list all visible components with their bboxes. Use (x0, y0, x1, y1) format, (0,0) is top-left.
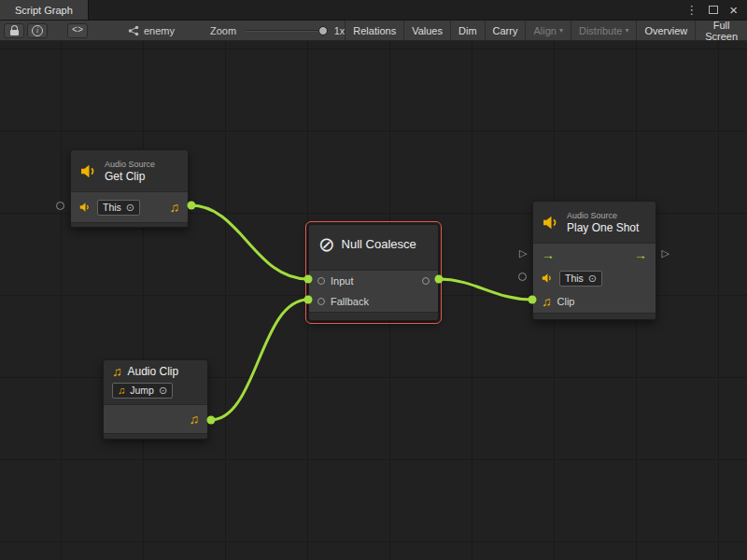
align-button[interactable]: Align▾ (525, 21, 570, 40)
node-audio-clip-ports: ♫ (104, 404, 207, 434)
speaker-icon (542, 273, 554, 283)
window-maximize-icon[interactable] (709, 6, 718, 14)
input-port-label: Input (331, 275, 353, 287)
info-button[interactable]: i (27, 23, 48, 38)
dim-label: Dim (458, 25, 477, 36)
lock-button[interactable] (4, 23, 24, 38)
node-category: Audio Source (105, 160, 155, 170)
window-controls: ⋮ × (685, 0, 747, 20)
node-null-coalesce-header: ⊘ Null Coalesce (309, 225, 438, 262)
result-output-port[interactable] (422, 277, 430, 285)
zoom-slider[interactable] (246, 24, 329, 37)
node-category: Audio Source (567, 211, 639, 221)
relations-label: Relations (353, 25, 396, 36)
node-get-clip-ports: This ⊙ ♫ (71, 191, 188, 223)
audio-clip-output-icon: ♫ (170, 201, 180, 214)
flow-output-icon[interactable]: → (634, 248, 647, 261)
music-note-icon: ♫ (118, 385, 125, 396)
chevron-down-icon: ▾ (559, 27, 563, 35)
window-close-icon[interactable]: × (729, 3, 738, 17)
input-port[interactable] (317, 277, 325, 285)
this-target-field[interactable]: This ⊙ (559, 271, 602, 287)
node-play-one-shot[interactable]: Audio Source Play One Shot → → This (532, 201, 656, 320)
flow-output-triangle-icon[interactable]: ▷ (662, 248, 669, 259)
carry-label: Carry (493, 25, 518, 36)
toolbar-buttons: Relations Values Dim Carry Align▾ Distri… (345, 21, 747, 40)
node-null-coalesce-ports: Input Fallback (309, 270, 438, 313)
flow-input-icon[interactable]: → (542, 248, 555, 261)
flow-input-triangle-icon[interactable]: ▷ (519, 248, 527, 259)
audio-clip-icon: ♫ (112, 365, 122, 378)
this-value: This (103, 202, 121, 214)
node-title: Audio Clip (128, 365, 179, 378)
tab-label: Script Graph (15, 5, 73, 16)
speaker-icon (79, 203, 92, 212)
wire-audioclip-to-fallback (210, 300, 308, 420)
this-input-port[interactable] (56, 202, 64, 210)
zoom-slider-track (246, 30, 329, 32)
window-menu-icon[interactable]: ⋮ (685, 4, 698, 16)
code-icon: <> (72, 25, 83, 35)
node-audio-clip[interactable]: ♫ Audio Clip ♫ Jump ⊙ ♫ (103, 359, 208, 440)
audio-source-icon (543, 216, 560, 230)
tab-bar: Script Graph ⋮ × (0, 0, 747, 21)
values-label: Values (412, 25, 443, 36)
graph-name-label: enemy (144, 25, 175, 36)
node-play-one-shot-header: Audio Source Play One Shot (533, 202, 655, 243)
this-value: This (565, 273, 584, 285)
graph-reference[interactable]: enemy (128, 25, 175, 36)
carry-button[interactable]: Carry (485, 21, 526, 40)
audio-source-icon (80, 164, 98, 178)
full-screen-button[interactable]: Full Screen (695, 21, 747, 40)
node-play-one-shot-ports: → → This ⊙ ♫ Clip (533, 243, 655, 314)
audio-clip-value-field[interactable]: ♫ Jump ⊙ (112, 383, 173, 399)
node-title: Get Clip (105, 170, 155, 183)
graph-toolbar: i <> enemy Zoom 1x Relations Values Dim … (0, 21, 747, 41)
clip-input-icon: ♫ (542, 295, 552, 308)
chevron-down-icon: ▾ (625, 27, 628, 35)
audio-clip-value: Jump (130, 385, 154, 397)
info-icon: i (32, 25, 43, 36)
this-target-field[interactable]: This ⊙ (97, 200, 140, 216)
fallback-port-label: Fallback (331, 296, 369, 307)
zoom-value: 1x (334, 25, 345, 36)
target-picker-icon[interactable]: ⊙ (126, 203, 134, 213)
object-picker-icon[interactable]: ⊙ (159, 385, 167, 396)
zoom-slider-handle[interactable] (318, 26, 328, 35)
wire-result-to-clip (439, 279, 532, 300)
distribute-button[interactable]: Distribute▾ (571, 21, 636, 40)
tab-script-graph[interactable]: Script Graph (0, 0, 89, 20)
overview-button[interactable]: Overview (636, 21, 695, 40)
distribute-label: Distribute (579, 25, 622, 36)
wire-getclip-to-input (190, 205, 308, 279)
node-title: Null Coalesce (342, 237, 416, 251)
code-view-button[interactable]: <> (67, 23, 88, 38)
graph-asset-icon (128, 25, 139, 36)
node-get-clip-header: Audio Source Get Clip (71, 150, 188, 191)
dim-button[interactable]: Dim (450, 21, 485, 40)
fallback-port[interactable] (317, 298, 325, 305)
values-button[interactable]: Values (403, 21, 450, 40)
node-get-clip[interactable]: Audio Source Get Clip This ⊙ ♫ (70, 149, 189, 228)
node-audio-clip-header: ♫ Audio Clip ♫ Jump ⊙ (104, 360, 207, 404)
full-screen-label: Full Screen (703, 20, 740, 42)
node-title: Play One Shot (567, 221, 639, 234)
overview-label: Overview (644, 25, 687, 36)
lock-icon (10, 25, 19, 35)
script-graph-window: Script Graph ⋮ × i <> enemy Zoom (0, 0, 747, 560)
graph-canvas[interactable]: Audio Source Get Clip This ⊙ ♫ (0, 41, 747, 560)
target-picker-icon[interactable]: ⊙ (588, 273, 597, 284)
node-null-coalesce[interactable]: ⊘ Null Coalesce Input Fallback (308, 224, 439, 321)
align-label: Align (533, 25, 556, 36)
this-input-port[interactable] (518, 273, 527, 281)
null-coalesce-icon: ⊘ (318, 234, 335, 254)
clip-port-label: Clip (557, 296, 575, 307)
audio-clip-output-icon: ♫ (190, 413, 200, 426)
zoom-label: Zoom (210, 25, 236, 36)
relations-button[interactable]: Relations (345, 21, 403, 40)
